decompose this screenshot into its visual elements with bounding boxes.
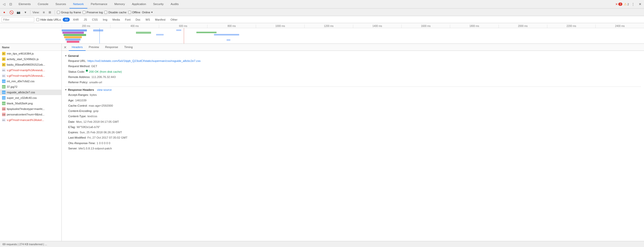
tab-response[interactable]: Response xyxy=(102,44,121,51)
tab-elements[interactable]: Elements xyxy=(15,0,34,9)
list-item[interactable]: CSS mt_min_d0e7c6d2.css xyxy=(0,78,61,84)
section-separator-1 xyxy=(65,87,641,87)
filter-tag-all[interactable]: All xyxy=(63,18,70,22)
response-headers-arrow: ▼ xyxy=(65,89,67,91)
back-icon[interactable]: ◁ xyxy=(1,1,7,7)
filter-tag-doc[interactable]: Doc xyxy=(133,18,142,22)
timeline-marker xyxy=(99,28,100,44)
response-headers-section-header[interactable]: ▼ Response Headers view source xyxy=(65,88,641,91)
filter-tag-css[interactable]: CSS xyxy=(90,18,100,22)
timeline-red-marker xyxy=(184,28,184,44)
file-name: tipspluslist?indextype=manht... xyxy=(7,107,59,110)
list-item[interactable]: CSS super_ext_c02dfc40.css xyxy=(0,95,61,101)
filter-tag-ws[interactable]: WS xyxy=(144,18,152,22)
request-url-key: Request URL: xyxy=(68,59,86,63)
tab-network[interactable]: Network xyxy=(69,0,87,9)
list-item[interactable]: IMG v.gif?mod=mancard%3Askel... xyxy=(0,117,61,123)
filter-button[interactable]: ▼ xyxy=(23,10,28,15)
filter-input[interactable] xyxy=(2,17,34,22)
filter-tag-media[interactable]: Media xyxy=(110,18,122,22)
tab-security[interactable]: Security xyxy=(150,0,167,9)
group-by-frame-checkbox[interactable]: Group by frame xyxy=(57,11,81,14)
status-code-val: 200 OK (from disk cache) xyxy=(89,70,122,74)
online-arrow-icon: ▼ xyxy=(151,11,153,14)
svg-text:JS: JS xyxy=(3,53,5,55)
age-val: 1461039 xyxy=(75,98,87,103)
status-text: 69 requests | 274 KB transferred | ... xyxy=(3,243,47,246)
xhr-file-icon: XHR xyxy=(2,107,6,111)
general-section-header[interactable]: ▼ General xyxy=(65,54,641,57)
clear-button[interactable]: 🚫 xyxy=(9,10,14,15)
close-icon[interactable]: ✕ xyxy=(637,1,643,7)
filter-tag-img[interactable]: Img xyxy=(101,18,109,22)
date-key: Date: xyxy=(68,120,75,124)
svg-text:CSS: CSS xyxy=(2,97,5,99)
screenshot-button[interactable]: 📷 xyxy=(16,10,21,15)
svg-text:XHR: XHR xyxy=(2,114,6,115)
online-selector[interactable]: Online ▼ xyxy=(142,11,153,14)
list-item[interactable]: IMG v.gif?mod=mantpl%3Anews&... xyxy=(0,73,61,78)
list-item[interactable]: JS activity_start_52498d2c.js xyxy=(0,56,61,62)
filter-tag-other[interactable]: Other xyxy=(168,18,180,22)
view-list-icon[interactable]: ≡ xyxy=(41,10,47,15)
filter-tag-xhr[interactable]: XHR xyxy=(71,18,81,22)
gif-file-icon: IMG xyxy=(2,68,6,72)
tab-sources[interactable]: Sources xyxy=(52,0,69,9)
tab-console[interactable]: Console xyxy=(34,0,52,9)
list-item[interactable]: JS min_tips_e4616384.js xyxy=(0,51,61,56)
svg-text:XHR: XHR xyxy=(2,108,6,110)
content-type-row: Content-Type: text/css xyxy=(65,114,641,119)
view-waterfall-icon[interactable]: ⊞ xyxy=(47,10,53,15)
svg-text:IMG: IMG xyxy=(2,86,5,88)
filter-tag-font[interactable]: Font xyxy=(123,18,132,22)
svg-text:IMG: IMG xyxy=(2,119,5,121)
list-item[interactable]: XHR personalcontent?num=8&ind... xyxy=(0,112,61,117)
list-item[interactable]: XHR tipspluslist?indextype=manht... xyxy=(0,106,61,112)
svg-text:JS: JS xyxy=(3,58,5,60)
cache-control-row: Cache-Control: max-age=2592000 xyxy=(65,103,641,108)
file-list: JS min_tips_e4616384.js JS activity_star… xyxy=(0,51,61,241)
more-icon[interactable]: ⋮ xyxy=(630,1,636,7)
disable-cache-checkbox[interactable]: Disable cache xyxy=(104,11,126,14)
tick-400ms: 400 ms xyxy=(110,25,159,28)
view-source-link[interactable]: view source xyxy=(97,88,112,91)
record-button[interactable]: ● xyxy=(2,10,7,15)
headers-content: ▼ General Request URL: https://ss0.bdsta… xyxy=(62,51,644,241)
panel-close-button[interactable]: ✕ xyxy=(63,45,68,50)
referrer-policy-key: Referrer Policy: xyxy=(68,80,88,85)
tick-200ms: 200 ms xyxy=(62,25,110,28)
tab-preview[interactable]: Preview xyxy=(86,44,102,51)
offline-checkbox[interactable]: Offline xyxy=(128,11,140,14)
accept-ranges-row: Accept-Ranges: bytes xyxy=(65,92,641,98)
file-name: baidu_85beaf5496f291521eb... xyxy=(7,63,59,66)
filter-tag-manifest[interactable]: Manifest xyxy=(153,18,168,22)
tab-headers[interactable]: Headers xyxy=(69,44,86,51)
file-name: 37.jpg?2 xyxy=(7,85,59,88)
preserve-log-checkbox[interactable]: Preserve log xyxy=(83,11,103,14)
list-item[interactable]: JS baidu_85beaf5496f291521eb... xyxy=(0,62,61,67)
hide-data-urls-checkbox[interactable]: Hide data URLs xyxy=(36,18,61,21)
file-name: v.gif?mod=mancard%3Askel... xyxy=(7,118,59,121)
top-tab-bar: ◁ ⊡ Elements Console Sources Network Per… xyxy=(0,0,644,9)
file-name: super_ext_c02dfc40.css xyxy=(7,96,59,99)
list-item[interactable]: IMG 37.jpg?2 xyxy=(0,84,61,90)
group-by-frame-label: Group by frame xyxy=(61,11,81,14)
disable-cache-label: Disable cache xyxy=(108,11,126,14)
svg-text:PNG: PNG xyxy=(2,103,6,104)
tab-memory[interactable]: Memory xyxy=(111,0,128,9)
list-item[interactable]: PNG blank_56a92bd4.png xyxy=(0,101,61,106)
tab-application[interactable]: Application xyxy=(128,0,150,9)
dock-icon[interactable]: ⊡ xyxy=(8,1,14,7)
list-item-selected[interactable]: CSS nsguide_a8cbc2e7.css xyxy=(0,90,61,95)
file-name: blank_56a92bd4.png xyxy=(7,102,59,105)
tab-timing[interactable]: Timing xyxy=(121,44,136,51)
main-content: Name JS min_tips_e4616384.js JS activity… xyxy=(0,44,644,241)
error-count-badge: 3 xyxy=(618,3,622,6)
tab-audits[interactable]: Audits xyxy=(167,0,182,9)
filter-tag-js[interactable]: JS xyxy=(82,18,89,22)
img-file-icon: IMG xyxy=(2,85,6,89)
list-item[interactable]: IMG v.gif?mod=mantpl%3Anews&... xyxy=(0,67,61,73)
tick-1000ms: 1000 ms xyxy=(256,25,304,28)
tab-performance[interactable]: Performance xyxy=(87,0,111,9)
right-icons: ✕ 3 ⚠ 2 ⋮ ✕ xyxy=(615,1,643,7)
